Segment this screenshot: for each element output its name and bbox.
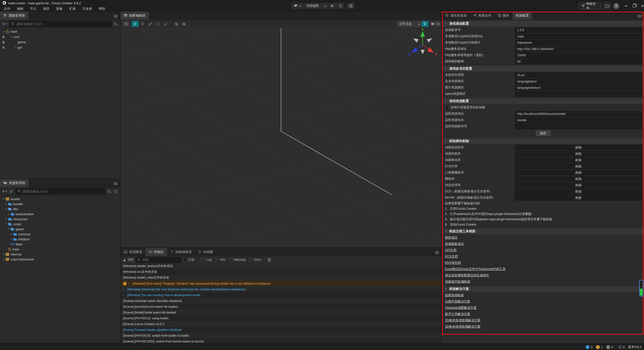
- save-button[interactable]: 保存: [536, 130, 550, 136]
- refresh-icon[interactable]: [113, 188, 118, 194]
- tab-assets[interactable]: 资源管理器: [0, 179, 28, 187]
- log-row[interactable]: [Scene] [bullet]:bullet wasm lib loaded.: [120, 310, 441, 315]
- property-value-input[interactable]: [515, 117, 642, 123]
- log-row[interactable]: [Scene] [box2d]:box2d wasm lib loaded.: [120, 304, 441, 310]
- scene-select[interactable]: 当前场景: [304, 3, 329, 9]
- hamburger-menu-icon[interactable]: [114, 182, 117, 186]
- warning-count[interactable]: ! 1: [596, 345, 603, 349]
- scrollbar[interactable]: [639, 280, 643, 297]
- chevron-right-icon[interactable]: ▸: [7, 213, 11, 215]
- sort-assets-button[interactable]: [9, 188, 14, 194]
- doc-link[interactable]: API文档: [445, 248, 456, 252]
- close-button[interactable]: ✕: [641, 4, 644, 8]
- filter-log-checkbox[interactable]: ✓Log: [201, 258, 212, 262]
- doc-link[interactable]: Excel格式转Json文件与TypeScript代码工具: [445, 267, 506, 271]
- remove-module-button[interactable]: 剔除: [515, 157, 642, 163]
- tab-服务[interactable]: 服务: [495, 12, 512, 20]
- log-row[interactable]: ›[Window] Download the Vue Devtools exte…: [120, 286, 441, 292]
- tab-动画图[interactable]: 动画图: [195, 248, 216, 256]
- chevron-right-icon[interactable]: ▸: [5, 218, 8, 220]
- hierarchy-search-input[interactable]: [16, 22, 110, 26]
- chevron-down-icon[interactable]: ▾: [3, 30, 6, 33]
- filter-list-icon[interactable]: [107, 188, 112, 194]
- preview-platform-select[interactable]: [291, 3, 304, 9]
- tab-框架配置[interactable]: 框架配置: [512, 12, 532, 20]
- chevron-right-icon[interactable]: ▸: [14, 46, 18, 49]
- remove-module-button[interactable]: 剔除: [515, 176, 642, 182]
- property-value-input[interactable]: [515, 111, 642, 117]
- move-tool-button[interactable]: [132, 21, 139, 27]
- tab-构建发布[interactable]: 构建发布: [470, 12, 495, 20]
- remove-module-button[interactable]: 剔除: [515, 145, 642, 150]
- section-header-框架模块剔除[interactable]: ▾框架模块剔除: [442, 138, 644, 144]
- menu-item-1[interactable]: 编辑: [14, 6, 27, 12]
- tree-node-oops-framework[interactable]: ▸oops-framework: [0, 257, 120, 262]
- tree-node-seedrandom[interactable]: ▸seedrandom: [0, 211, 120, 216]
- property-value-input[interactable]: [515, 91, 642, 97]
- chevron-right-icon[interactable]: ▸: [5, 203, 8, 205]
- hamburger-menu-icon[interactable]: [114, 14, 117, 19]
- doc-link[interactable]: 全栈开发解决方案: [445, 299, 470, 304]
- toggle-3d-button[interactable]: 3D: [123, 21, 130, 27]
- chevron-down-icon[interactable]: ▾: [7, 228, 11, 230]
- error-count[interactable]: ✕ 0: [606, 345, 613, 349]
- doc-link[interactable]: 动画状态机编辑器: [445, 280, 470, 284]
- create-asset-button[interactable]: [2, 188, 7, 194]
- property-value-input[interactable]: [515, 85, 642, 91]
- create-node-button[interactable]: [2, 21, 7, 27]
- section-header-游戏资源配置[interactable]: ▾游戏资源配置: [442, 98, 644, 104]
- render-mode-select[interactable]: 正常渲染: [397, 21, 422, 27]
- doc-link[interactable]: ECS文档: [445, 254, 458, 259]
- property-value-input[interactable]: [515, 34, 642, 39]
- tab-控制台[interactable]: 控制台: [145, 248, 167, 256]
- doc-link[interactable]: 教程项目: [445, 236, 458, 240]
- doc-link[interactable]: 原生包热更新配置自动生成插件: [445, 273, 489, 278]
- log-row[interactable]: [Scene] [PHYSICS]: using builtin.: [120, 315, 441, 321]
- checkbox-row[interactable]: 游戏中资源是否远程加载: [442, 104, 644, 111]
- doc-link[interactable]: 战棋游戏框架: [445, 293, 464, 297]
- chevron-right-icon[interactable]: ▸: [10, 238, 13, 240]
- scale-tool-button[interactable]: [147, 21, 154, 27]
- menu-item-5[interactable]: 扩展: [66, 6, 79, 12]
- play-button[interactable]: [329, 3, 336, 9]
- hamburger-menu-icon[interactable]: [435, 250, 439, 255]
- section-header-框架解决方案[interactable]: ▾框架解决方案: [442, 286, 644, 292]
- doc-link[interactable]: 游戏模板项目: [445, 242, 464, 246]
- minimize-button[interactable]: [625, 6, 628, 6]
- tab-资源预览[interactable]: 资源预览: [120, 248, 145, 256]
- tree-node-game[interactable]: game: [0, 39, 120, 45]
- property-value-input[interactable]: [515, 79, 642, 84]
- gear-icon[interactable]: [437, 22, 440, 26]
- menu-item-0[interactable]: 文件: [1, 6, 14, 12]
- tree-node-main[interactable]: main: [0, 247, 120, 252]
- remove-module-button[interactable]: 剔除: [515, 189, 642, 194]
- remove-module-button[interactable]: 剔除: [515, 164, 642, 169]
- doc-link[interactable]: 新手引导解决方案: [445, 312, 470, 316]
- remove-module-button[interactable]: 剔除: [515, 195, 642, 201]
- property-value-input[interactable]: [515, 53, 642, 58]
- clear-console-button[interactable]: 清空: [123, 258, 134, 262]
- log-row[interactable]: [Scene] Cocos Creator v3.8.2: [120, 321, 441, 327]
- chevron-right-icon[interactable]: ›: [123, 288, 126, 291]
- filter-list-icon[interactable]: [113, 21, 118, 27]
- log-row[interactable]: [Scene] [PHYSICS2D]: switch from box2d-w…: [120, 338, 441, 343]
- console-search-input[interactable]: [142, 258, 180, 262]
- tree-node-root[interactable]: ▾root: [0, 34, 120, 39]
- chevron-down-icon[interactable]: ▾: [5, 208, 8, 210]
- camera-icon[interactable]: [431, 23, 435, 25]
- log-row[interactable]: [Window] render_texture文件夹存在: [120, 263, 441, 269]
- scrollbar-thumb[interactable]: [640, 289, 642, 296]
- section-header-框架文档工具链接[interactable]: ▾框架文档工具链接: [442, 228, 644, 235]
- log-row[interactable]: [Scene] meshopt wasm decoder initialized: [120, 298, 441, 304]
- tree-node-internal[interactable]: ▸internal: [0, 252, 120, 257]
- doc-link[interactable]: MVVM文档: [445, 261, 461, 265]
- open-project-folder-button[interactable]: [603, 3, 611, 9]
- help-button[interactable]: ?: [613, 3, 619, 9]
- doc-link[interactable]: Tiledmap地图解决方案: [445, 306, 477, 310]
- scene-viewport[interactable]: Y X Z: [120, 28, 441, 247]
- chevron-right-icon[interactable]: ▸: [10, 233, 13, 235]
- tree-node-initialize[interactable]: ▸initialize: [0, 237, 120, 242]
- menu-item-4[interactable]: 面板: [53, 6, 66, 12]
- lighting-toggle-button[interactable]: [422, 21, 428, 27]
- chevron-down-icon[interactable]: ▾: [5, 223, 8, 225]
